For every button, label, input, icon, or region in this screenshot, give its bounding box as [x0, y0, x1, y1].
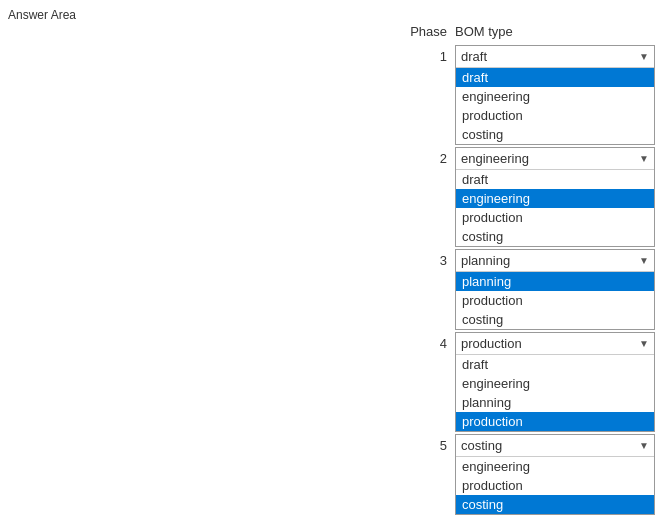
dropdown-3-option-3[interactable]: costing — [456, 310, 654, 329]
dropdown-2-option-2[interactable]: engineering — [456, 189, 654, 208]
dropdown-5[interactable]: costing▼engineeringproductioncosting — [455, 434, 655, 515]
dropdown-4-option-3[interactable]: planning — [456, 393, 654, 412]
dropdown-options-3: planningproductioncosting — [456, 272, 654, 329]
phase-number-4: 4 — [400, 332, 455, 351]
dropdown-selected-text-2: engineering — [461, 151, 529, 166]
dropdown-selected-3[interactable]: planning▼ — [456, 250, 654, 272]
phase-number-3: 3 — [400, 249, 455, 268]
dropdown-1-option-1[interactable]: draft — [456, 68, 654, 87]
dropdown-5-option-1[interactable]: engineering — [456, 457, 654, 476]
bom-type-header: BOM type — [455, 24, 655, 39]
dropdown-1-option-2[interactable]: engineering — [456, 87, 654, 106]
dropdown-3-option-2[interactable]: production — [456, 291, 654, 310]
dropdown-1-option-3[interactable]: production — [456, 106, 654, 125]
dropdown-selected-text-5: costing — [461, 438, 502, 453]
dropdown-selected-text-4: production — [461, 336, 522, 351]
dropdown-arrow-icon-2: ▼ — [639, 153, 649, 164]
dropdown-5-option-2[interactable]: production — [456, 476, 654, 495]
dropdowns-container: 1draft▼draftengineeringproductioncosting… — [400, 45, 655, 515]
dropdown-5-option-3[interactable]: costing — [456, 495, 654, 514]
dropdown-arrow-icon-4: ▼ — [639, 338, 649, 349]
dropdown-4-option-1[interactable]: draft — [456, 355, 654, 374]
answer-area-label: Answer Area — [8, 8, 76, 22]
dropdown-block-4: 4production▼draftengineeringplanningprod… — [400, 332, 655, 432]
dropdown-block-1: 1draft▼draftengineeringproductioncosting — [400, 45, 655, 145]
dropdown-4-option-2[interactable]: engineering — [456, 374, 654, 393]
dropdown-2-option-3[interactable]: production — [456, 208, 654, 227]
dropdown-2-option-4[interactable]: costing — [456, 227, 654, 246]
dropdown-2[interactable]: engineering▼draftengineeringproductionco… — [455, 147, 655, 247]
dropdown-3[interactable]: planning▼planningproductioncosting — [455, 249, 655, 330]
header-row: Phase BOM type — [400, 24, 655, 39]
phase-number-1: 1 — [400, 45, 455, 64]
main-container: Phase BOM type 1draft▼draftengineeringpr… — [400, 24, 655, 517]
dropdown-selected-2[interactable]: engineering▼ — [456, 148, 654, 170]
dropdown-arrow-icon-1: ▼ — [639, 51, 649, 62]
phase-header: Phase — [400, 24, 455, 39]
phase-number-2: 2 — [400, 147, 455, 166]
dropdown-options-2: draftengineeringproductioncosting — [456, 170, 654, 246]
dropdown-block-3: 3planning▼planningproductioncosting — [400, 249, 655, 330]
dropdown-block-2: 2engineering▼draftengineeringproductionc… — [400, 147, 655, 247]
phase-number-5: 5 — [400, 434, 455, 453]
dropdown-arrow-icon-5: ▼ — [639, 440, 649, 451]
dropdown-selected-4[interactable]: production▼ — [456, 333, 654, 355]
dropdown-4-option-4[interactable]: production — [456, 412, 654, 431]
dropdown-options-5: engineeringproductioncosting — [456, 457, 654, 514]
dropdown-selected-1[interactable]: draft▼ — [456, 46, 654, 68]
dropdown-options-1: draftengineeringproductioncosting — [456, 68, 654, 144]
dropdown-arrow-icon-3: ▼ — [639, 255, 649, 266]
dropdown-options-4: draftengineeringplanningproduction — [456, 355, 654, 431]
dropdown-selected-5[interactable]: costing▼ — [456, 435, 654, 457]
dropdown-1[interactable]: draft▼draftengineeringproductioncosting — [455, 45, 655, 145]
dropdown-selected-text-3: planning — [461, 253, 510, 268]
dropdown-3-option-1[interactable]: planning — [456, 272, 654, 291]
dropdown-4[interactable]: production▼draftengineeringplanningprodu… — [455, 332, 655, 432]
dropdown-2-option-1[interactable]: draft — [456, 170, 654, 189]
dropdown-1-option-4[interactable]: costing — [456, 125, 654, 144]
dropdown-selected-text-1: draft — [461, 49, 487, 64]
dropdown-block-5: 5costing▼engineeringproductioncosting — [400, 434, 655, 515]
